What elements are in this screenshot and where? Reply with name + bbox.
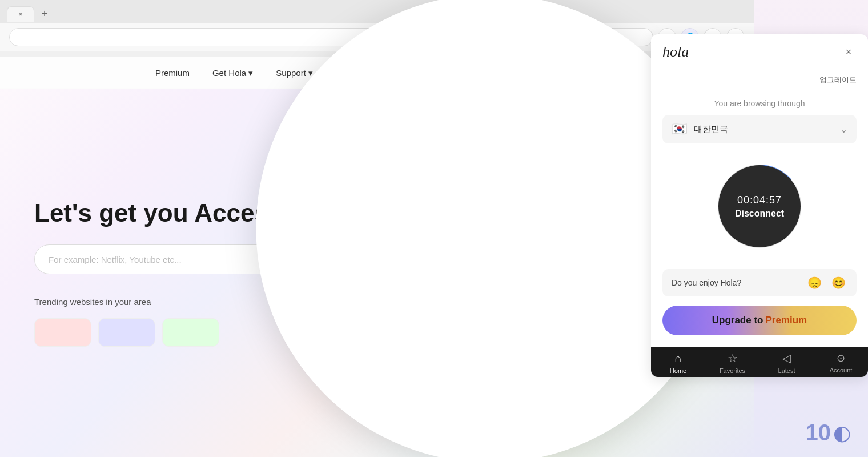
popup-close-button[interactable]: × [841,44,857,60]
search-placeholder: For example: Netflix, Youtube etc... [49,255,182,264]
upgrade-link[interactable]: 업그레이드 [651,70,868,87]
new-tab-button[interactable]: + [37,6,53,22]
trending-item-2[interactable] [98,318,155,347]
chevron-down-icon: ⌄ [840,124,847,135]
disconnect-timer[interactable]: 00:04:57 Disconnect [714,161,805,252]
upgrade-btn-premium-text: Premium [765,315,807,326]
trending-item-3[interactable] [162,318,219,347]
tab-close-icon[interactable]: × [17,10,25,18]
account-tab-label: Account [830,367,853,374]
nav-tab-favorites[interactable]: ☆ Favorites [705,347,760,377]
watermark: 10 ◐ [806,420,851,446]
disconnect-button[interactable]: 00:04:57 Disconnect [718,165,801,247]
feedback-label: Do you enjoy Hola? [672,278,798,287]
feedback-icons: 😞 😊 [805,274,847,292]
upgrade-to-premium-button[interactable]: Upgrade to Premium [662,306,857,335]
country-name: 대한민국 [694,124,833,135]
watermark-icon: ◐ [833,421,851,445]
upgrade-btn-text: Upgrade to [712,315,763,326]
home-tab-label: Home [670,367,686,374]
hola-popup: hola × 업그레이드 You are browsing through 🇰🇷… [651,34,868,377]
browsing-through-label: You are browsing through [714,99,805,108]
popup-body: You are browsing through 🇰🇷 대한민국 ⌄ 00:04… [651,87,868,347]
country-selector[interactable]: 🇰🇷 대한민국 ⌄ [662,115,857,143]
favorites-tab-label: Favorites [720,367,745,374]
home-icon: ⌂ [674,352,681,365]
latest-icon: ◁ [782,351,791,365]
trending-item-1[interactable] [34,318,91,347]
disconnect-label: Disconnect [735,209,784,219]
latest-tab-label: Latest [778,367,795,374]
watermark-number: 10 [806,420,831,446]
happy-feedback-button[interactable]: 😊 [829,274,847,292]
nav-tab-account[interactable]: ⊙ Account [814,347,868,377]
feedback-row: Do you enjoy Hola? 😞 😊 [662,269,857,296]
nav-tab-latest[interactable]: ◁ Latest [760,347,814,377]
nav-support[interactable]: Support ▾ [276,68,313,78]
account-icon: ⊙ [837,352,845,364]
sad-feedback-button[interactable]: 😞 [805,274,823,292]
browser-tab[interactable]: × [7,6,34,22]
browser-tabs: × + [0,0,754,23]
nav-tab-home[interactable]: ⌂ Home [651,347,705,378]
country-flag-icon: 🇰🇷 [672,122,687,137]
popup-bottom-nav: ⌂ Home ☆ Favorites ◁ Latest ⊙ Account [651,347,868,377]
timer-display: 00:04:57 [737,194,782,206]
hola-logo: hola [662,43,689,61]
nav-get-hola[interactable]: Get Hola ▾ [212,68,253,78]
favorites-icon: ☆ [728,351,738,365]
nav-premium[interactable]: Premium [155,68,190,78]
popup-header: hola × [651,34,868,70]
